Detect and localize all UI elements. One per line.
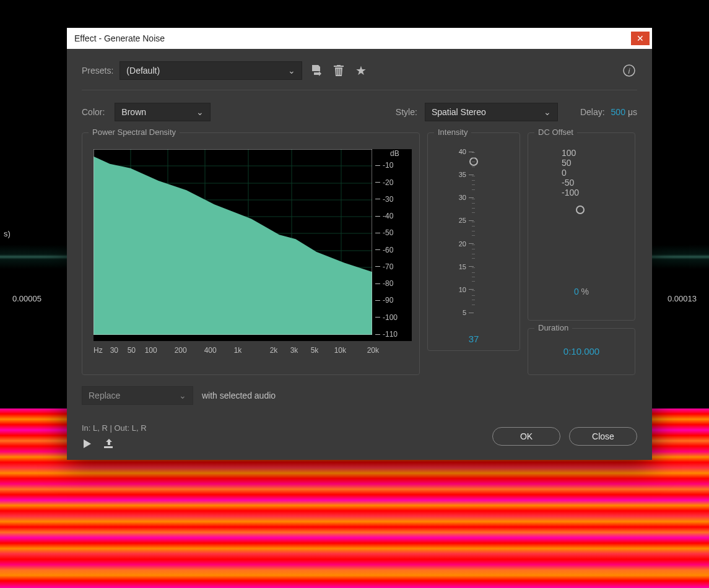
bg-axis-label: s) (4, 229, 11, 238)
y-tick: -50 (375, 228, 393, 237)
y-tick: -80 (375, 279, 393, 288)
dc-offset-thumb[interactable] (576, 205, 585, 214)
delay-unit: μs (628, 107, 637, 117)
dc-offset-panel: DC Offset 100500-50-100 0 % (528, 132, 635, 321)
y-tick: -70 (375, 262, 393, 271)
psd-chart (94, 149, 372, 335)
psd-x-axis: Hz 30501002004001k2k3k5k10k20k (94, 346, 412, 355)
y-tick: -30 (375, 195, 393, 204)
ok-button[interactable]: OK (492, 427, 560, 446)
intensity-tick: 35 (455, 171, 492, 178)
dialog-title: Effect - Generate Noise (74, 33, 165, 43)
intensity-title: Intensity (434, 128, 471, 137)
dc-tick: 0 (562, 168, 601, 178)
export-button[interactable] (104, 439, 115, 449)
with-selected-audio-label: with selected audio (202, 391, 276, 400)
color-value: Brown (121, 107, 190, 117)
dc-offset-value[interactable]: 0 % (574, 287, 589, 296)
style-select[interactable]: Spatial Stereo ⌄ (425, 103, 558, 121)
dc-offset-slider[interactable]: 100500-50-100 (562, 148, 601, 278)
x-tick: 30 (110, 346, 123, 355)
x-tick: 200 (175, 346, 199, 355)
intensity-value[interactable]: 37 (469, 334, 479, 344)
intensity-tick: 40 (455, 148, 492, 155)
dc-tick: 100 (562, 148, 601, 158)
time-label-right: 0.00013 (668, 294, 697, 303)
dc-tick: 50 (562, 158, 601, 168)
psd-plot: dB -10-20-30-40-50-60-70-80-90-100-110 (94, 149, 412, 341)
x-tick: 400 (204, 346, 229, 355)
x-tick: 3k (290, 346, 306, 355)
color-select[interactable]: Brown ⌄ (115, 103, 211, 121)
psd-title: Power Spectral Density (89, 128, 180, 137)
close-window-button[interactable]: ✕ (631, 32, 650, 45)
style-value: Spatial Stereo (432, 107, 537, 117)
delay-label: Delay: (580, 107, 605, 117)
y-tick: -40 (375, 212, 393, 220)
replace-select[interactable]: Replace ⌄ (82, 386, 193, 405)
psd-y-axis: dB -10-20-30-40-50-60-70-80-90-100-110 (375, 149, 412, 342)
intensity-tick: 25 (455, 217, 492, 224)
favorite-button[interactable]: ★ (353, 63, 369, 79)
y-tick: -110 (375, 330, 398, 339)
play-button[interactable] (82, 439, 92, 449)
save-preset-button[interactable] (308, 63, 324, 79)
intensity-tick: 5 (455, 309, 492, 316)
dc-tick: -50 (562, 178, 601, 188)
intensity-slider[interactable]: 403530252015105 (455, 148, 492, 321)
presets-value: (Default) (126, 66, 282, 76)
chevron-down-icon: ⌄ (544, 107, 551, 117)
generate-noise-dialog: Effect - Generate Noise ✕ Presets: (Defa… (67, 28, 652, 460)
io-label: In: L, R | Out: L, R (82, 423, 147, 433)
titlebar: Effect - Generate Noise ✕ (67, 28, 652, 49)
intensity-panel: Intensity 403530252015105 37 (427, 132, 520, 351)
psd-x-unit: Hz (94, 346, 103, 355)
chevron-down-icon: ⌄ (196, 107, 204, 117)
delete-preset-button[interactable] (331, 63, 347, 79)
close-button[interactable]: Close (569, 427, 637, 446)
psd-panel: Power Spectral Density (82, 132, 420, 375)
delay-value[interactable]: 500 (611, 107, 625, 117)
dc-offset-title: DC Offset (534, 128, 577, 137)
x-tick: 50 (128, 346, 140, 355)
replace-value: Replace (89, 391, 173, 400)
y-tick: -90 (375, 296, 393, 305)
y-tick: -20 (375, 178, 393, 187)
y-tick: -60 (375, 246, 393, 254)
close-icon: ✕ (637, 33, 644, 43)
x-tick: 100 (145, 346, 170, 355)
intensity-tick: 20 (455, 240, 492, 248)
chevron-down-icon: ⌄ (288, 66, 295, 76)
info-button[interactable]: i (621, 63, 637, 79)
presets-label: Presets: (82, 66, 113, 76)
x-tick: 2k (270, 346, 285, 355)
presets-select[interactable]: (Default) ⌄ (120, 61, 302, 80)
duration-value[interactable]: 0:10.000 (563, 346, 599, 357)
svg-text:i: i (629, 66, 631, 76)
x-tick: 1k (234, 346, 265, 355)
x-tick: 20k (367, 346, 386, 355)
intensity-tick: 30 (455, 194, 492, 201)
time-label-left: 0.00005 (12, 294, 41, 303)
y-tick: -10 (375, 161, 393, 170)
duration-title: Duration (534, 323, 572, 332)
intensity-tick: 10 (455, 286, 492, 293)
star-icon: ★ (355, 63, 367, 78)
intensity-tick: 15 (455, 263, 492, 270)
dc-tick: -100 (562, 188, 601, 197)
y-tick: -100 (375, 313, 398, 322)
style-label: Style: (396, 107, 417, 117)
psd-y-unit: dB (390, 149, 399, 158)
chevron-down-icon: ⌄ (179, 391, 186, 400)
x-tick: 5k (311, 346, 329, 355)
x-tick: 10k (334, 346, 362, 355)
color-label: Color: (82, 107, 105, 117)
duration-panel: Duration 0:10.000 (528, 328, 635, 375)
